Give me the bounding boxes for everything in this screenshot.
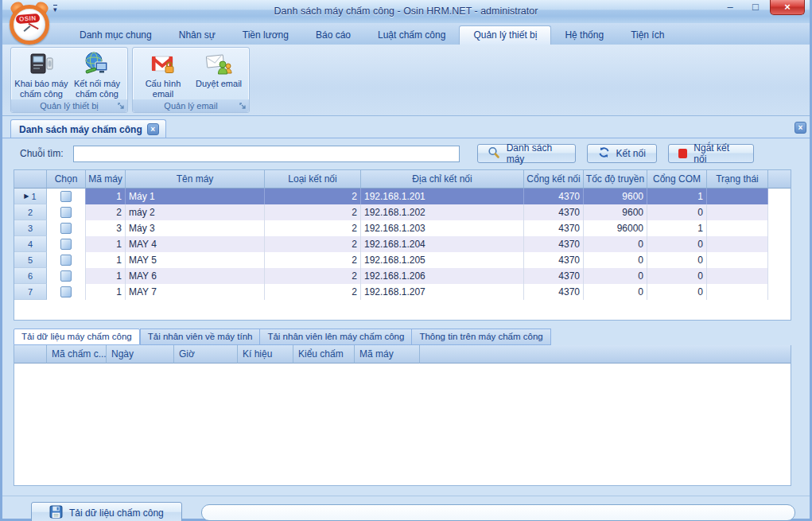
minimize-button[interactable]: – bbox=[719, 0, 741, 15]
detail-column-header-ma-cham-c[interactable]: Mã chấm c... bbox=[47, 345, 107, 364]
detail-column-header-ma-may[interactable]: Mã máy bbox=[355, 345, 420, 364]
machine-list-button[interactable]: Danh sách máy bbox=[477, 144, 576, 163]
cell-cong-com[interactable]: 0 bbox=[647, 284, 707, 300]
cell-trang-thai[interactable] bbox=[707, 236, 768, 252]
cell-ma-may[interactable]: 1 bbox=[86, 236, 126, 252]
cell-toc-do-truyen[interactable]: 9600 bbox=[584, 189, 647, 204]
row-checkbox[interactable] bbox=[60, 207, 72, 218]
column-header-toc-do-truyen[interactable]: Tốc độ truyền bbox=[584, 170, 647, 189]
maximize-button[interactable]: □ bbox=[744, 0, 767, 15]
column-header-trang-thai[interactable]: Trạng thái bbox=[707, 170, 768, 189]
cell-cong-ket-noi[interactable]: 4370 bbox=[524, 220, 584, 236]
cell-ma-may[interactable]: 1 bbox=[86, 284, 126, 300]
cell-toc-do-truyen[interactable]: 0 bbox=[584, 252, 647, 268]
horizontal-splitter[interactable] bbox=[2, 321, 810, 328]
column-header-ten-may[interactable]: Tên máy bbox=[126, 170, 265, 189]
disconnect-button[interactable]: Ngắt kết nối bbox=[668, 144, 754, 163]
cell-ten-may[interactable]: Máy 3 bbox=[126, 220, 265, 236]
select-checkbox-cell[interactable] bbox=[47, 236, 86, 252]
detail-tab-tai-du-lieu-may-cham-cong[interactable]: Tải dữ liệu máy chấm công bbox=[14, 329, 140, 345]
cell-ma-may[interactable]: 1 bbox=[86, 268, 126, 284]
grid-corner-header[interactable] bbox=[14, 170, 47, 189]
detail-tab-thong-tin-tren-may-cham-cong[interactable]: Thông tin trên máy chấm công bbox=[411, 329, 550, 345]
column-header-ma-may[interactable]: Mã máy bbox=[86, 170, 126, 189]
detail-grid-corner-header[interactable] bbox=[14, 345, 47, 364]
column-header-dia-chi-ket-noi[interactable]: Địa chỉ kết nối bbox=[361, 170, 524, 189]
cell-cong-ket-noi[interactable]: 4370 bbox=[524, 284, 584, 300]
cell-dia-chi-ket-noi[interactable]: 192.168.1.203 bbox=[361, 220, 524, 236]
select-checkbox-cell[interactable] bbox=[47, 189, 86, 204]
cell-ma-may[interactable]: 2 bbox=[86, 204, 126, 220]
column-header-filler[interactable] bbox=[768, 170, 791, 189]
cell-cong-ket-noi[interactable]: 4370 bbox=[524, 252, 584, 268]
detail-column-header-ngay[interactable]: Ngày bbox=[107, 345, 174, 364]
cell-toc-do-truyen[interactable]: 96000 bbox=[584, 220, 647, 236]
search-input[interactable] bbox=[73, 146, 460, 162]
cell-trang-thai[interactable] bbox=[707, 189, 768, 204]
dialog-launcher-icon[interactable] bbox=[239, 102, 247, 110]
cell-dia-chi-ket-noi[interactable]: 192.168.1.202 bbox=[361, 204, 524, 220]
cell-trang-thai[interactable] bbox=[707, 220, 768, 236]
row-header[interactable]: 7 bbox=[14, 284, 47, 300]
cell-loai-ket-noi[interactable]: 2 bbox=[265, 236, 361, 252]
row-checkbox[interactable] bbox=[60, 270, 72, 282]
row-header[interactable]: 3 bbox=[14, 220, 47, 236]
cell-ten-may[interactable]: MAY 7 bbox=[126, 284, 265, 300]
cell-cong-com[interactable]: 0 bbox=[647, 204, 707, 220]
cell-cong-com[interactable]: 0 bbox=[647, 268, 707, 284]
select-checkbox-cell[interactable] bbox=[47, 284, 86, 300]
cell-ma-may[interactable]: 3 bbox=[86, 220, 126, 236]
cell-dia-chi-ket-noi[interactable]: 192.168.1.206 bbox=[361, 268, 524, 284]
cell-trang-thai[interactable] bbox=[707, 204, 768, 220]
table-row[interactable]: 71MAY 72192.168.1.207437000 bbox=[14, 284, 791, 300]
row-checkbox[interactable] bbox=[60, 255, 72, 266]
table-row[interactable]: ▶11Máy 12192.168.1.201437096001 bbox=[14, 189, 791, 204]
ribbon-tab-he-thong[interactable]: Hệ thống bbox=[551, 26, 617, 45]
cell-loai-ket-noi[interactable]: 2 bbox=[265, 220, 361, 236]
cell-loai-ket-noi[interactable]: 2 bbox=[265, 189, 361, 204]
row-checkbox[interactable] bbox=[60, 191, 72, 202]
detail-column-header-gio[interactable]: Giờ bbox=[174, 345, 238, 364]
detail-tab-tai-nhan-vien-len-may-cham-cong[interactable]: Tải nhân viên lên máy chấm công bbox=[259, 329, 411, 345]
ribbon-tab-tien-luong[interactable]: Tiền lương bbox=[229, 26, 302, 45]
row-checkbox[interactable] bbox=[60, 223, 72, 234]
cell-ten-may[interactable]: Máy 1 bbox=[126, 189, 265, 204]
download-attendance-data-button[interactable]: Tải dữ liệu chấm công bbox=[31, 502, 182, 521]
ribbon-tab-quan-ly-thiet-bi[interactable]: Quản lý thiết bị bbox=[459, 25, 551, 45]
row-header[interactable]: 5 bbox=[14, 252, 47, 268]
table-row[interactable]: 51MAY 52192.168.1.205437000 bbox=[14, 252, 791, 268]
row-header[interactable]: 4 bbox=[14, 236, 47, 252]
dialog-launcher-icon[interactable] bbox=[117, 102, 125, 110]
table-row[interactable]: 33Máy 32192.168.1.2034370960001 bbox=[14, 220, 791, 236]
cell-toc-do-truyen[interactable]: 0 bbox=[584, 268, 647, 284]
select-checkbox-cell[interactable] bbox=[47, 220, 86, 236]
select-checkbox-cell[interactable] bbox=[47, 204, 86, 220]
cell-trang-thai[interactable] bbox=[707, 268, 768, 284]
connect-button[interactable]: Kết nối bbox=[587, 144, 657, 163]
ribbon-tab-bao-cao[interactable]: Báo cáo bbox=[302, 26, 364, 45]
column-header-cong-com[interactable]: Cổng COM bbox=[647, 170, 707, 189]
cell-loai-ket-noi[interactable]: 2 bbox=[265, 284, 361, 300]
cell-dia-chi-ket-noi[interactable]: 192.168.1.201 bbox=[361, 189, 524, 204]
cell-ten-may[interactable]: MAY 5 bbox=[126, 252, 265, 268]
browse-email-button[interactable]: Duyệt email bbox=[191, 49, 247, 89]
ribbon-tab-tien-ich[interactable]: Tiện ích bbox=[617, 26, 678, 45]
select-checkbox-cell[interactable] bbox=[47, 268, 86, 284]
cell-loai-ket-noi[interactable]: 2 bbox=[265, 252, 361, 268]
table-row[interactable]: 41MAY 42192.168.1.204437000 bbox=[14, 236, 791, 252]
cell-ma-may[interactable]: 1 bbox=[86, 252, 126, 268]
cell-cong-com[interactable]: 0 bbox=[647, 252, 707, 268]
row-header[interactable]: 2 bbox=[14, 204, 47, 220]
tab-close-icon[interactable]: × bbox=[147, 123, 159, 135]
cell-dia-chi-ket-noi[interactable]: 192.168.1.205 bbox=[361, 252, 524, 268]
detail-column-header-ki-hieu[interactable]: Kí hiệu bbox=[238, 345, 293, 364]
detail-tab-tai-nhan-vien-ve-may-tinh[interactable]: Tải nhân viên về máy tính bbox=[140, 329, 260, 345]
cell-cong-ket-noi[interactable]: 4370 bbox=[524, 189, 584, 204]
cell-cong-ket-noi[interactable]: 4370 bbox=[524, 236, 584, 252]
cell-ma-may[interactable]: 1 bbox=[86, 189, 126, 204]
cell-ten-may[interactable]: máy 2 bbox=[126, 204, 265, 220]
app-logo-clock-icon[interactable]: OSIN bbox=[7, 2, 52, 46]
column-header-chon[interactable]: Chọn bbox=[47, 170, 86, 189]
ribbon-tab-danh-muc-chung[interactable]: Danh mục chung bbox=[66, 26, 165, 45]
document-tab-machine-list[interactable]: Danh sách máy chấm công × bbox=[10, 119, 166, 138]
